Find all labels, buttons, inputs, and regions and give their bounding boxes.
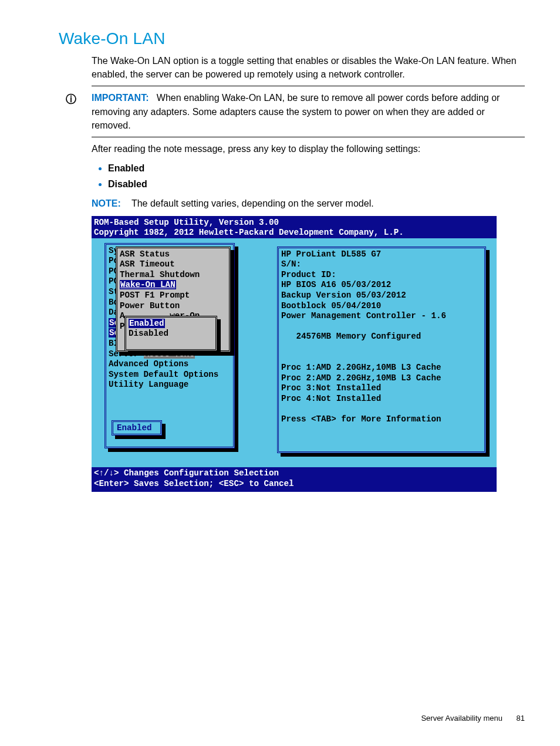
info-line: Proc 4:Not Installed xyxy=(281,394,482,404)
info-line: S/N: xyxy=(281,259,482,270)
list-item: Disabled xyxy=(108,176,525,192)
bios-body: Sy Po PC PC St Bo Da Se Se BIOS sole & E… xyxy=(92,238,497,470)
important-callout: ⓘ IMPORTANT: When enabling Wake-On LAN, … xyxy=(59,91,525,132)
info-line: Proc 3:Not Installed xyxy=(281,383,482,394)
status-value: Enabled xyxy=(117,423,152,433)
submenu-item[interactable]: POST F1 Prompt xyxy=(120,291,227,301)
menu-item[interactable]: System Default Options xyxy=(109,370,231,380)
info-line: Proc 2:AMD 2.20GHz,10MB L3 Cache xyxy=(281,373,482,384)
bios-header: ROM-Based Setup Utility, Version 3.00 Co… xyxy=(92,216,497,240)
bios-title: ROM-Based Setup Utility, Version 3.00 xyxy=(94,218,279,227)
menu-item[interactable]: Advanced Options xyxy=(109,359,231,370)
info-line: Power Management Controller - 1.6 xyxy=(281,311,482,322)
bios-copyright: Copyright 1982, 2012 Hewlett-Packard Dev… xyxy=(94,228,404,237)
info-line: HP BIOS A16 05/03/2012 xyxy=(281,280,482,291)
page-title: Wake-On LAN xyxy=(59,29,525,48)
submenu-item[interactable]: ASR Status xyxy=(120,249,227,260)
footer-help1: <↑/↓> Changes Configuration Selection xyxy=(94,468,279,478)
bios-footer: <↑/↓> Changes Configuration Selection <E… xyxy=(92,467,497,491)
submenu-item-selected[interactable]: Wake-On LAN xyxy=(120,280,176,289)
note-line: NOTE: The default setting varies, depend… xyxy=(92,198,525,209)
important-icon: ⓘ xyxy=(66,92,76,106)
important-label: IMPORTANT: xyxy=(92,93,149,103)
option-enabled: Enabled xyxy=(108,163,144,173)
option-list: Enabled Disabled xyxy=(92,160,525,192)
status-box: Enabled xyxy=(112,420,162,436)
info-line: 24576MB Memory Configured xyxy=(281,332,482,342)
option-popup: Enabled Disabled xyxy=(124,316,217,351)
submenu-item[interactable]: Power Button xyxy=(120,301,227,312)
page-footer: Server Availability menu 81 xyxy=(421,714,525,723)
popup-option-enabled[interactable]: Enabled xyxy=(129,319,165,328)
option-disabled: Disabled xyxy=(108,179,147,189)
info-line: Bootblock 05/04/2010 xyxy=(281,301,482,312)
divider xyxy=(92,137,525,137)
popup-option-disabled[interactable]: Disabled xyxy=(129,329,213,339)
intro-paragraph: The Wake-On LAN option is a toggle setti… xyxy=(92,54,525,81)
after-note-text: After reading the note message, press an… xyxy=(92,142,525,156)
note-text: The default setting varies, depending on… xyxy=(131,198,374,208)
divider xyxy=(92,86,525,86)
submenu-item[interactable]: Thermal Shutdown xyxy=(120,270,227,281)
info-panel: HP ProLiant DL585 G7 S/N: Product ID: HP… xyxy=(277,247,486,453)
bios-screenshot: ROM-Based Setup Utility, Version 3.00 Co… xyxy=(92,216,497,492)
note-label: NOTE: xyxy=(92,198,121,208)
footer-section: Server Availability menu xyxy=(421,714,502,723)
important-text: When enabling Wake-On LAN, be sure to re… xyxy=(92,93,500,130)
footer-page-number: 81 xyxy=(517,714,525,723)
info-line: Proc 1:AMD 2.20GHz,10MB L3 Cache xyxy=(281,363,482,373)
info-line: Backup Version 05/03/2012 xyxy=(281,291,482,301)
info-line: Press <TAB> for More Information xyxy=(281,414,482,425)
list-item: Enabled xyxy=(108,160,525,176)
footer-help2: <Enter> Saves Selection; <ESC> to Cancel xyxy=(94,479,294,488)
submenu-item[interactable]: ASR Timeout xyxy=(120,259,227,270)
info-line: HP ProLiant DL585 G7 xyxy=(281,249,482,260)
info-line: Product ID: xyxy=(281,270,482,281)
menu-item[interactable]: Utility Language xyxy=(109,380,231,390)
